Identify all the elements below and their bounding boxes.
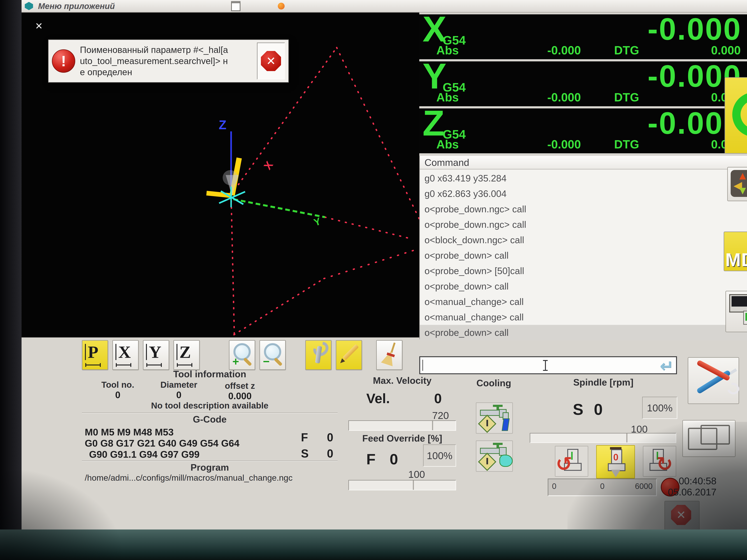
tool-clamp-button[interactable] (682, 420, 736, 457)
dro-row-z[interactable]: Z G54 -0.000 Abs -0.000 DTG 0.000 (419, 108, 747, 153)
command-row[interactable]: o<probe_down> call (420, 248, 747, 263)
feed-letter: F (301, 431, 308, 444)
close-icon: ✕ (261, 51, 281, 71)
view-x-label: X (118, 342, 131, 362)
desktop-menubar[interactable]: Меню приложений (22, 0, 747, 12)
tool-description: No tool description available (82, 401, 338, 410)
quit-x-icon: ✕ (671, 505, 691, 525)
zoom-in-button[interactable]: + (229, 340, 255, 370)
error-message: Поименованный параметр #<_hal[a uto_tool… (80, 44, 228, 78)
command-row[interactable]: o<probe_down.ngc> call (420, 217, 747, 232)
command-row[interactable]: g0 x63.419 y35.284 (420, 170, 747, 186)
power-ring-icon (732, 92, 747, 137)
gcode-line2: G0 G8 G17 G21 G40 G49 G54 G64 (85, 437, 239, 449)
command-history-panel[interactable]: Command g0 x63.419 y35.284 g0 x62.863 y3… (419, 156, 747, 339)
spindle-percent-value: 100% (647, 402, 672, 414)
tool-touchoff-button[interactable] (305, 340, 332, 370)
dialog-close-button[interactable]: ✕ (257, 43, 285, 80)
edit-program-button[interactable] (336, 340, 362, 370)
window-icon[interactable] (231, 1, 240, 11)
feed-override-title: Feed Override [%] (345, 433, 460, 444)
feed-readout: 0 (321, 431, 333, 444)
dro-abs-value: -0.000 (496, 44, 581, 57)
warning-diamond-icon (478, 453, 496, 471)
spindle-ccw-button[interactable]: ↺ (555, 446, 588, 477)
machine-table-icon (743, 311, 747, 325)
command-row[interactable]: o<probe_down.ngc> call (420, 202, 747, 217)
spindle-override-slider[interactable] (530, 433, 676, 443)
view-x-button[interactable]: X (112, 340, 138, 370)
cooling-title: Cooling (463, 378, 524, 389)
vel-label: Vel. (366, 391, 390, 406)
feed-override-slider[interactable] (349, 480, 456, 490)
warning-diamond-icon (478, 415, 496, 433)
dro-abs-label: Abs (436, 137, 459, 151)
gremlin-3d-preview[interactable]: Z X Y ✕ ! Поименованный параметр #<_hal[… (22, 12, 419, 338)
command-row[interactable]: o<probe_down> call (420, 278, 747, 294)
dro-abs-value: -0.000 (496, 137, 581, 151)
keyboard-button[interactable]: ▲ ◀ ▼ ▶ ▦ (727, 167, 747, 201)
applications-menu-label[interactable]: Меню приложений (38, 1, 115, 11)
program-path: /home/admi...c/configs/mill/macros/manua… (85, 473, 292, 483)
spindle-cw-button[interactable]: ↻ (643, 446, 676, 477)
command-row[interactable]: o<manual_change> call (420, 310, 747, 325)
ibeam-cursor-icon (543, 360, 548, 371)
tool-no-value: 0 (93, 390, 143, 400)
feed-base-value: 100 (404, 469, 429, 480)
view-p-label: P (88, 342, 98, 362)
view-perspective-button[interactable]: P (82, 340, 108, 370)
mist-blob (499, 455, 513, 467)
dro-abs-label: Abs (436, 44, 459, 57)
dro-dtg-value: 0.000 (711, 44, 741, 57)
gcode-line1: M0 M5 M9 M48 M53 (85, 426, 174, 437)
monitor-bezel-left (0, 0, 22, 560)
dro-dtg-label: DTG (614, 90, 639, 104)
mdi-command-entry[interactable]: ↵ (419, 356, 677, 374)
quit-button[interactable]: ✕ (664, 501, 700, 530)
dro-abs-label: Abs (436, 90, 459, 104)
tool-no-label: Tool no. (93, 380, 143, 390)
notification-icon[interactable] (278, 3, 285, 9)
mdi-input[interactable] (420, 357, 676, 373)
dro-abs-value: -0.000 (496, 90, 581, 104)
spindle-stop-button[interactable]: 0 (596, 445, 635, 479)
zoom-out-button[interactable]: − (259, 340, 286, 370)
dro-row-y[interactable]: Y G54 -0.000 Abs -0.000 DTG 0.000 (419, 61, 747, 106)
pencil-icon (343, 344, 359, 361)
arrow-keypad-icon: ▲ ◀ ▼ ▶ ▦ (731, 170, 747, 197)
spindle-rpm-bar: 0 0 6000 (548, 479, 657, 496)
cw-arrow-icon: ↻ (656, 455, 673, 473)
vel-limit-value: 720 (432, 409, 449, 421)
close-glyph: ✕ (266, 54, 276, 68)
max-velocity-slider[interactable] (349, 420, 456, 431)
spindle-stop-zero: 0 (613, 452, 618, 462)
settings-tools-button[interactable] (688, 357, 739, 404)
time-value: 00:40:58 (646, 475, 717, 486)
mdi-mode-button[interactable]: MDI (724, 232, 747, 271)
vel-value: 0 (420, 391, 442, 406)
command-row-selected[interactable]: o<probe_down> call (420, 325, 747, 340)
rpm-min: 0 (552, 482, 556, 491)
applications-menu-icon[interactable] (25, 2, 33, 10)
command-row[interactable]: o<manual_change> call (420, 294, 747, 310)
command-header: Command (420, 156, 747, 169)
clock-display: 00:40:58 05.06.2017 (646, 475, 717, 498)
mist-coolant-button[interactable] (476, 441, 513, 472)
mouse-cursor-icon: ✕ (35, 21, 43, 31)
view-z-label: Z (179, 342, 191, 362)
dro-main-value: -0.000 (647, 14, 742, 44)
flood-coolant-button[interactable] (476, 402, 513, 434)
machine-on-button[interactable] (725, 77, 747, 154)
dro-axis-letter: Z (422, 105, 444, 141)
clear-plot-button[interactable] (376, 340, 403, 370)
view-y-button[interactable]: Y (143, 340, 169, 370)
view-z-button[interactable]: Z (174, 340, 200, 370)
machine-settings-button[interactable]: ➜ (725, 291, 747, 332)
text-caret (422, 360, 423, 371)
dro-row-x[interactable]: X G54 -0.000 Abs -0.000 DTG 0.000 (419, 15, 747, 59)
command-row[interactable]: g0 x62.863 y36.004 (420, 186, 747, 202)
command-row[interactable]: o<block_down.ngc> call (420, 232, 747, 248)
dro-dtg-label: DTG (614, 44, 639, 57)
command-row[interactable]: o<probe_down> [50]call (420, 263, 747, 278)
speed-readout: 0 (321, 447, 333, 460)
